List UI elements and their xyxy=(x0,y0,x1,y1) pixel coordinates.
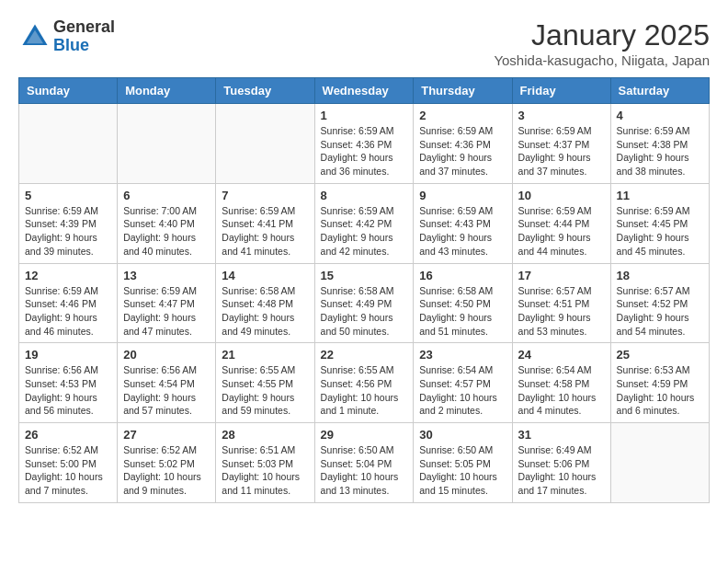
weekday-header-saturday: Saturday xyxy=(610,78,709,104)
day-info: Sunrise: 6:54 AM Sunset: 4:58 PM Dayligh… xyxy=(518,363,605,418)
day-number: 21 xyxy=(222,348,308,362)
calendar-cell xyxy=(610,423,709,503)
day-info: Sunrise: 6:52 AM Sunset: 5:02 PM Dayligh… xyxy=(123,443,210,498)
calendar-cell: 13Sunrise: 6:59 AM Sunset: 4:47 PM Dayli… xyxy=(118,263,216,343)
calendar-cell: 28Sunrise: 6:51 AM Sunset: 5:03 PM Dayli… xyxy=(216,423,314,503)
day-info: Sunrise: 6:59 AM Sunset: 4:36 PM Dayligh… xyxy=(419,124,506,178)
day-info: Sunrise: 6:59 AM Sunset: 4:44 PM Dayligh… xyxy=(518,204,605,259)
calendar-cell: 15Sunrise: 6:58 AM Sunset: 4:49 PM Dayli… xyxy=(314,263,414,343)
calendar-cell: 24Sunrise: 6:54 AM Sunset: 4:58 PM Dayli… xyxy=(512,343,610,423)
day-number: 17 xyxy=(518,269,605,282)
calendar-cell xyxy=(19,104,118,184)
weekday-header-thursday: Thursday xyxy=(414,78,512,104)
day-number: 4 xyxy=(617,109,703,122)
day-info: Sunrise: 6:50 AM Sunset: 5:04 PM Dayligh… xyxy=(321,443,408,498)
day-number: 16 xyxy=(419,269,506,282)
weekday-header-monday: Monday xyxy=(118,78,216,104)
calendar-cell: 1Sunrise: 6:59 AM Sunset: 4:36 PM Daylig… xyxy=(314,104,414,184)
calendar-cell xyxy=(216,104,314,184)
weekday-header-friday: Friday xyxy=(512,78,610,104)
day-info: Sunrise: 6:59 AM Sunset: 4:45 PM Dayligh… xyxy=(617,204,703,259)
calendar-cell: 26Sunrise: 6:52 AM Sunset: 5:00 PM Dayli… xyxy=(19,423,118,503)
day-number: 8 xyxy=(321,189,408,202)
day-info: Sunrise: 6:59 AM Sunset: 4:39 PM Dayligh… xyxy=(25,204,111,259)
calendar-cell: 6Sunrise: 7:00 AM Sunset: 4:40 PM Daylig… xyxy=(118,183,216,263)
day-number: 10 xyxy=(518,189,605,202)
calendar-cell: 19Sunrise: 6:56 AM Sunset: 4:53 PM Dayli… xyxy=(19,343,118,423)
calendar-cell: 21Sunrise: 6:55 AM Sunset: 4:55 PM Dayli… xyxy=(216,343,314,423)
calendar-week-row: 19Sunrise: 6:56 AM Sunset: 4:53 PM Dayli… xyxy=(19,343,710,423)
day-info: Sunrise: 6:55 AM Sunset: 4:56 PM Dayligh… xyxy=(321,363,408,418)
calendar-cell: 14Sunrise: 6:58 AM Sunset: 4:48 PM Dayli… xyxy=(216,263,314,343)
day-number: 9 xyxy=(419,189,506,202)
calendar-week-row: 12Sunrise: 6:59 AM Sunset: 4:46 PM Dayli… xyxy=(19,263,710,343)
day-info: Sunrise: 6:53 AM Sunset: 4:59 PM Dayligh… xyxy=(617,363,703,418)
day-info: Sunrise: 6:57 AM Sunset: 4:51 PM Dayligh… xyxy=(518,284,605,339)
calendar-cell: 29Sunrise: 6:50 AM Sunset: 5:04 PM Dayli… xyxy=(314,423,414,503)
weekday-header-sunday: Sunday xyxy=(19,78,118,104)
weekday-header-row: SundayMondayTuesdayWednesdayThursdayFrid… xyxy=(19,78,710,104)
day-number: 19 xyxy=(25,348,111,362)
day-info: Sunrise: 6:59 AM Sunset: 4:41 PM Dayligh… xyxy=(222,204,308,259)
calendar-cell: 30Sunrise: 6:50 AM Sunset: 5:05 PM Dayli… xyxy=(414,423,512,503)
weekday-header-tuesday: Tuesday xyxy=(216,78,314,104)
day-info: Sunrise: 6:54 AM Sunset: 4:57 PM Dayligh… xyxy=(419,363,506,418)
day-number: 3 xyxy=(518,109,605,122)
calendar-cell: 20Sunrise: 6:56 AM Sunset: 4:54 PM Dayli… xyxy=(118,343,216,423)
day-info: Sunrise: 6:52 AM Sunset: 5:00 PM Dayligh… xyxy=(25,443,111,498)
calendar-week-row: 26Sunrise: 6:52 AM Sunset: 5:00 PM Dayli… xyxy=(19,423,710,503)
day-info: Sunrise: 6:56 AM Sunset: 4:53 PM Dayligh… xyxy=(25,363,111,418)
day-info: Sunrise: 6:58 AM Sunset: 4:48 PM Dayligh… xyxy=(222,284,308,339)
day-number: 30 xyxy=(419,428,506,442)
day-number: 25 xyxy=(617,348,703,362)
day-info: Sunrise: 6:59 AM Sunset: 4:43 PM Dayligh… xyxy=(419,204,506,259)
day-number: 28 xyxy=(222,428,308,442)
day-number: 23 xyxy=(419,348,506,362)
calendar-cell: 18Sunrise: 6:57 AM Sunset: 4:52 PM Dayli… xyxy=(610,263,709,343)
day-info: Sunrise: 6:56 AM Sunset: 4:54 PM Dayligh… xyxy=(123,363,210,418)
day-info: Sunrise: 6:59 AM Sunset: 4:38 PM Dayligh… xyxy=(617,124,703,178)
calendar-cell: 11Sunrise: 6:59 AM Sunset: 4:45 PM Dayli… xyxy=(610,183,709,263)
calendar-cell xyxy=(118,104,216,184)
day-number: 14 xyxy=(222,269,308,282)
calendar-table: SundayMondayTuesdayWednesdayThursdayFrid… xyxy=(18,77,710,503)
day-number: 12 xyxy=(25,269,111,282)
day-number: 27 xyxy=(123,428,210,442)
calendar-cell: 17Sunrise: 6:57 AM Sunset: 4:51 PM Dayli… xyxy=(512,263,610,343)
day-number: 6 xyxy=(123,189,210,202)
logo-blue-label: Blue xyxy=(53,37,115,55)
day-number: 13 xyxy=(123,269,210,282)
day-info: Sunrise: 6:58 AM Sunset: 4:49 PM Dayligh… xyxy=(321,284,408,339)
calendar-cell: 25Sunrise: 6:53 AM Sunset: 4:59 PM Dayli… xyxy=(610,343,709,423)
day-number: 5 xyxy=(25,189,111,202)
weekday-header-wednesday: Wednesday xyxy=(314,78,414,104)
day-info: Sunrise: 6:59 AM Sunset: 4:46 PM Dayligh… xyxy=(25,284,111,339)
day-number: 11 xyxy=(617,189,703,202)
day-info: Sunrise: 6:59 AM Sunset: 4:42 PM Dayligh… xyxy=(321,204,408,259)
calendar-cell: 4Sunrise: 6:59 AM Sunset: 4:38 PM Daylig… xyxy=(610,104,709,184)
title-block: January 2025 Yoshida-kasugacho, Niigata,… xyxy=(494,18,710,68)
calendar-cell: 9Sunrise: 6:59 AM Sunset: 4:43 PM Daylig… xyxy=(414,183,512,263)
calendar-cell: 3Sunrise: 6:59 AM Sunset: 4:37 PM Daylig… xyxy=(512,104,610,184)
logo-icon xyxy=(18,20,51,53)
calendar-cell: 22Sunrise: 6:55 AM Sunset: 4:56 PM Dayli… xyxy=(314,343,414,423)
day-number: 15 xyxy=(321,269,408,282)
location: Yoshida-kasugacho, Niigata, Japan xyxy=(494,52,710,68)
calendar-cell: 5Sunrise: 6:59 AM Sunset: 4:39 PM Daylig… xyxy=(19,183,118,263)
day-info: Sunrise: 6:59 AM Sunset: 4:47 PM Dayligh… xyxy=(123,284,210,339)
day-number: 20 xyxy=(123,348,210,362)
day-number: 1 xyxy=(321,109,408,122)
day-info: Sunrise: 6:57 AM Sunset: 4:52 PM Dayligh… xyxy=(617,284,703,339)
day-info: Sunrise: 6:59 AM Sunset: 4:36 PM Dayligh… xyxy=(321,124,408,178)
calendar-cell: 23Sunrise: 6:54 AM Sunset: 4:57 PM Dayli… xyxy=(414,343,512,423)
day-number: 29 xyxy=(321,428,408,442)
day-number: 26 xyxy=(25,428,111,442)
day-number: 31 xyxy=(518,428,605,442)
day-number: 24 xyxy=(518,348,605,362)
day-info: Sunrise: 6:51 AM Sunset: 5:03 PM Dayligh… xyxy=(222,443,308,498)
day-info: Sunrise: 6:50 AM Sunset: 5:05 PM Dayligh… xyxy=(419,443,506,498)
calendar-cell: 27Sunrise: 6:52 AM Sunset: 5:02 PM Dayli… xyxy=(118,423,216,503)
day-info: Sunrise: 6:58 AM Sunset: 4:50 PM Dayligh… xyxy=(419,284,506,339)
calendar-week-row: 1Sunrise: 6:59 AM Sunset: 4:36 PM Daylig… xyxy=(19,104,710,184)
calendar-week-row: 5Sunrise: 6:59 AM Sunset: 4:39 PM Daylig… xyxy=(19,183,710,263)
